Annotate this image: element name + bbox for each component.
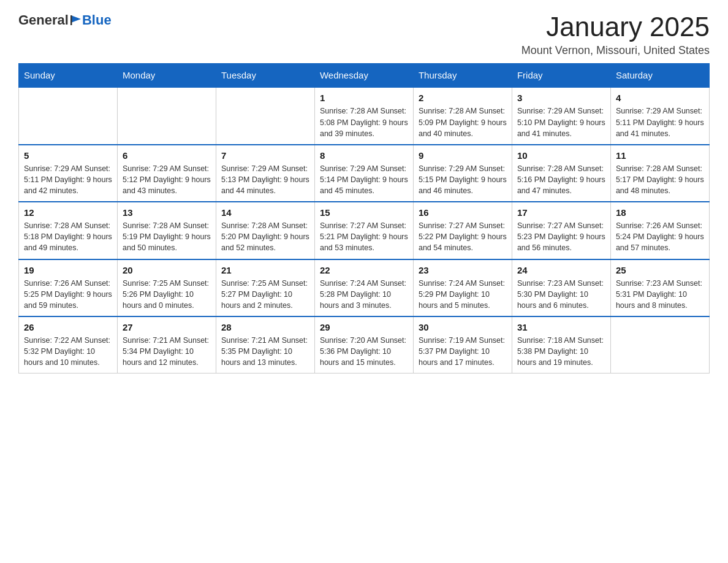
calendar-cell xyxy=(117,87,216,144)
day-number: 10 xyxy=(517,150,605,161)
day-number: 16 xyxy=(419,207,507,218)
svg-rect-1 xyxy=(70,15,72,25)
day-info: Sunrise: 7:27 AM Sunset: 5:21 PM Dayligh… xyxy=(320,220,408,253)
day-info: Sunrise: 7:29 AM Sunset: 5:15 PM Dayligh… xyxy=(419,163,507,196)
day-info: Sunrise: 7:28 AM Sunset: 5:08 PM Dayligh… xyxy=(320,105,408,139)
calendar-cell xyxy=(610,316,709,373)
day-number: 9 xyxy=(419,150,507,161)
day-info: Sunrise: 7:20 AM Sunset: 5:36 PM Dayligh… xyxy=(320,335,408,368)
day-number: 7 xyxy=(221,150,309,161)
day-number: 27 xyxy=(123,322,211,332)
day-info: Sunrise: 7:22 AM Sunset: 5:32 PM Dayligh… xyxy=(24,335,112,368)
day-info: Sunrise: 7:29 AM Sunset: 5:11 PM Dayligh… xyxy=(24,163,112,196)
day-number: 25 xyxy=(616,265,704,275)
day-info: Sunrise: 7:25 AM Sunset: 5:26 PM Dayligh… xyxy=(123,278,211,311)
calendar-cell: 10Sunrise: 7:28 AM Sunset: 5:16 PM Dayli… xyxy=(512,145,610,202)
day-number: 29 xyxy=(320,322,408,332)
day-info: Sunrise: 7:21 AM Sunset: 5:35 PM Dayligh… xyxy=(221,335,309,368)
day-info: Sunrise: 7:29 AM Sunset: 5:10 PM Dayligh… xyxy=(517,105,605,139)
day-info: Sunrise: 7:19 AM Sunset: 5:37 PM Dayligh… xyxy=(419,335,507,368)
calendar-header-thursday: Thursday xyxy=(413,64,512,88)
calendar-cell: 6Sunrise: 7:29 AM Sunset: 5:12 PM Daylig… xyxy=(117,145,216,202)
calendar-cell: 8Sunrise: 7:29 AM Sunset: 5:14 PM Daylig… xyxy=(314,145,413,202)
calendar-cell xyxy=(216,87,314,144)
calendar-cell: 9Sunrise: 7:29 AM Sunset: 5:15 PM Daylig… xyxy=(413,145,512,202)
calendar-table: SundayMondayTuesdayWednesdayThursdayFrid… xyxy=(18,63,710,373)
day-info: Sunrise: 7:29 AM Sunset: 5:11 PM Dayligh… xyxy=(616,105,704,139)
calendar-cell: 15Sunrise: 7:27 AM Sunset: 5:21 PM Dayli… xyxy=(314,202,413,259)
day-number: 14 xyxy=(221,207,309,218)
day-info: Sunrise: 7:28 AM Sunset: 5:16 PM Dayligh… xyxy=(517,163,605,196)
day-number: 19 xyxy=(24,265,112,275)
calendar-cell: 12Sunrise: 7:28 AM Sunset: 5:18 PM Dayli… xyxy=(19,202,118,259)
calendar-cell: 5Sunrise: 7:29 AM Sunset: 5:11 PM Daylig… xyxy=(19,145,118,202)
calendar-cell: 13Sunrise: 7:28 AM Sunset: 5:19 PM Dayli… xyxy=(117,202,216,259)
day-info: Sunrise: 7:28 AM Sunset: 5:20 PM Dayligh… xyxy=(221,220,309,253)
day-number: 31 xyxy=(517,322,605,332)
calendar-cell: 7Sunrise: 7:29 AM Sunset: 5:13 PM Daylig… xyxy=(216,145,314,202)
month-title: January 2025 xyxy=(521,12,710,42)
logo-blue: Blue xyxy=(82,12,112,28)
day-number: 6 xyxy=(123,150,211,161)
calendar-header-row: SundayMondayTuesdayWednesdayThursdayFrid… xyxy=(19,64,710,88)
calendar-cell: 28Sunrise: 7:21 AM Sunset: 5:35 PM Dayli… xyxy=(216,316,314,373)
day-number: 8 xyxy=(320,150,408,161)
day-number: 2 xyxy=(419,93,507,103)
page-header: General Blue January 2025 Mount Vernon, … xyxy=(18,12,710,57)
day-info: Sunrise: 7:27 AM Sunset: 5:22 PM Dayligh… xyxy=(419,220,507,253)
calendar-cell: 29Sunrise: 7:20 AM Sunset: 5:36 PM Dayli… xyxy=(314,316,413,373)
calendar-header-wednesday: Wednesday xyxy=(314,64,413,88)
calendar-cell: 24Sunrise: 7:23 AM Sunset: 5:30 PM Dayli… xyxy=(512,259,610,316)
day-info: Sunrise: 7:26 AM Sunset: 5:25 PM Dayligh… xyxy=(24,278,112,311)
day-number: 30 xyxy=(419,322,507,332)
calendar-week-row: 19Sunrise: 7:26 AM Sunset: 5:25 PM Dayli… xyxy=(19,259,710,316)
calendar-cell: 11Sunrise: 7:28 AM Sunset: 5:17 PM Dayli… xyxy=(610,145,709,202)
calendar-cell: 30Sunrise: 7:19 AM Sunset: 5:37 PM Dayli… xyxy=(413,316,512,373)
calendar-header-sunday: Sunday xyxy=(19,64,118,88)
day-info: Sunrise: 7:29 AM Sunset: 5:13 PM Dayligh… xyxy=(221,163,309,196)
day-info: Sunrise: 7:25 AM Sunset: 5:27 PM Dayligh… xyxy=(221,278,309,311)
day-info: Sunrise: 7:29 AM Sunset: 5:14 PM Dayligh… xyxy=(320,163,408,196)
calendar-cell: 23Sunrise: 7:24 AM Sunset: 5:29 PM Dayli… xyxy=(413,259,512,316)
day-number: 4 xyxy=(616,93,704,103)
day-number: 5 xyxy=(24,150,112,161)
day-info: Sunrise: 7:21 AM Sunset: 5:34 PM Dayligh… xyxy=(123,335,211,368)
day-info: Sunrise: 7:18 AM Sunset: 5:38 PM Dayligh… xyxy=(517,335,605,368)
calendar-header-tuesday: Tuesday xyxy=(216,64,314,88)
day-info: Sunrise: 7:23 AM Sunset: 5:31 PM Dayligh… xyxy=(616,278,704,311)
day-number: 21 xyxy=(221,265,309,275)
calendar-cell: 20Sunrise: 7:25 AM Sunset: 5:26 PM Dayli… xyxy=(117,259,216,316)
day-info: Sunrise: 7:28 AM Sunset: 5:17 PM Dayligh… xyxy=(616,163,704,196)
day-number: 26 xyxy=(24,322,112,332)
day-info: Sunrise: 7:23 AM Sunset: 5:30 PM Dayligh… xyxy=(517,278,605,311)
calendar-cell: 25Sunrise: 7:23 AM Sunset: 5:31 PM Dayli… xyxy=(610,259,709,316)
day-number: 3 xyxy=(517,93,605,103)
logo-general: General xyxy=(18,12,69,28)
calendar-cell: 22Sunrise: 7:24 AM Sunset: 5:28 PM Dayli… xyxy=(314,259,413,316)
day-number: 13 xyxy=(123,207,211,218)
calendar-week-row: 26Sunrise: 7:22 AM Sunset: 5:32 PM Dayli… xyxy=(19,316,710,373)
calendar-cell: 2Sunrise: 7:28 AM Sunset: 5:09 PM Daylig… xyxy=(413,87,512,144)
logo: General Blue xyxy=(18,12,112,28)
day-number: 28 xyxy=(221,322,309,332)
logo-flag-icon xyxy=(70,14,82,26)
location-text: Mount Vernon, Missouri, United States xyxy=(521,44,710,57)
day-number: 18 xyxy=(616,207,704,218)
calendar-cell: 31Sunrise: 7:18 AM Sunset: 5:38 PM Dayli… xyxy=(512,316,610,373)
day-info: Sunrise: 7:24 AM Sunset: 5:29 PM Dayligh… xyxy=(419,278,507,311)
day-info: Sunrise: 7:24 AM Sunset: 5:28 PM Dayligh… xyxy=(320,278,408,311)
calendar-cell: 27Sunrise: 7:21 AM Sunset: 5:34 PM Dayli… xyxy=(117,316,216,373)
calendar-header-friday: Friday xyxy=(512,64,610,88)
calendar-cell: 17Sunrise: 7:27 AM Sunset: 5:23 PM Dayli… xyxy=(512,202,610,259)
day-number: 12 xyxy=(24,207,112,218)
calendar-header-saturday: Saturday xyxy=(610,64,709,88)
calendar-week-row: 5Sunrise: 7:29 AM Sunset: 5:11 PM Daylig… xyxy=(19,145,710,202)
calendar-cell: 21Sunrise: 7:25 AM Sunset: 5:27 PM Dayli… xyxy=(216,259,314,316)
day-number: 11 xyxy=(616,150,704,161)
svg-marker-0 xyxy=(71,15,81,23)
calendar-week-row: 1Sunrise: 7:28 AM Sunset: 5:08 PM Daylig… xyxy=(19,87,710,144)
calendar-cell xyxy=(19,87,118,144)
calendar-cell: 3Sunrise: 7:29 AM Sunset: 5:10 PM Daylig… xyxy=(512,87,610,144)
day-info: Sunrise: 7:28 AM Sunset: 5:19 PM Dayligh… xyxy=(123,220,211,253)
calendar-cell: 14Sunrise: 7:28 AM Sunset: 5:20 PM Dayli… xyxy=(216,202,314,259)
